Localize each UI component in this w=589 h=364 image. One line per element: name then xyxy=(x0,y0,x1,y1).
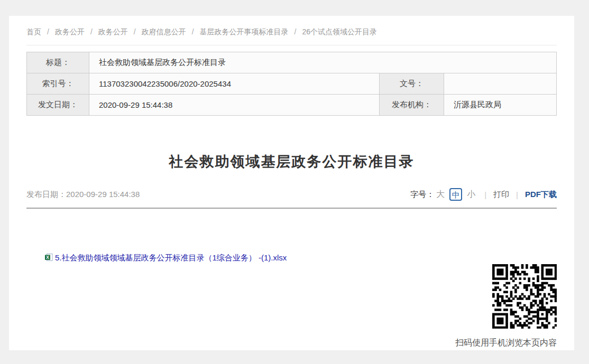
publish-date-value: 2020-09-29 15:44:38 xyxy=(66,190,140,199)
breadcrumb-separator: / xyxy=(192,27,194,36)
document-meta-table: 标题： 社会救助领域基层政务公开标准目录 索引号： 11370323004223… xyxy=(26,52,557,116)
meta-value-index-number: 113703230042235006/2020-2025434 xyxy=(89,73,380,95)
font-size-large-button[interactable]: 大 xyxy=(436,189,445,200)
meta-value-issue-date: 2020-09-29 15:44:38 xyxy=(89,95,380,116)
breadcrumb-item[interactable]: 政务公开 xyxy=(98,27,128,36)
meta-label-doc-number: 文号： xyxy=(379,73,444,95)
toolbar-separator: | xyxy=(484,190,486,199)
meta-value-issuing-org: 沂源县民政局 xyxy=(444,95,556,116)
content-card: 首页/政务公开/政务公开/政府信息公开/基层政务公开事项标准目录/26个试点领域… xyxy=(9,16,574,350)
qr-code xyxy=(492,264,557,329)
breadcrumb-separator: / xyxy=(47,27,49,36)
meta-row-index: 索引号： 113703230042235006/2020-2025434 文号： xyxy=(27,73,557,95)
qr-caption: 扫码使用手机浏览本页内容 xyxy=(455,338,557,349)
font-size-small-button[interactable]: 小 xyxy=(467,189,475,200)
attachment-row: X 5.社会救助领域领域基层政务公开标准目录（1综合业务） -(1).xlsx xyxy=(44,253,287,263)
pdf-download-button[interactable]: PDF下载 xyxy=(525,190,557,200)
print-button[interactable]: 打印 xyxy=(493,190,509,200)
breadcrumb-item: 26个试点领域公开目录 xyxy=(302,27,377,36)
breadcrumb-separator: / xyxy=(90,27,93,36)
breadcrumb-separator: / xyxy=(134,27,136,36)
meta-row-date: 发文日期： 2020-09-29 15:44:38 发布机构： 沂源县民政局 xyxy=(27,95,557,116)
breadcrumb-item[interactable]: 政府信息公开 xyxy=(142,27,186,36)
meta-label-index-number: 索引号： xyxy=(27,73,89,95)
breadcrumb-item[interactable]: 基层政务公开事项标准目录 xyxy=(200,27,289,36)
publish-date-label: 发布日期： xyxy=(26,190,66,199)
article-toolbar: 字号： 大 中 小 | 打印 | PDF下载 xyxy=(410,188,557,201)
page-title: 社会救助领域基层政务公开标准目录 xyxy=(26,152,557,171)
font-size-label: 字号： xyxy=(410,190,434,200)
meta-label-issuing-org: 发布机构： xyxy=(379,95,444,116)
qr-block: 扫码使用手机浏览本页内容 xyxy=(455,264,557,349)
svg-text:X: X xyxy=(46,255,49,260)
meta-label-title: 标题： xyxy=(27,52,89,73)
article-info-bar: 发布日期：2020-09-29 15:44:38 字号： 大 中 小 | 打印 … xyxy=(26,188,557,201)
meta-value-title: 社会救助领域基层政务公开标准目录 xyxy=(89,52,557,73)
breadcrumb: 首页/政务公开/政务公开/政府信息公开/基层政务公开事项标准目录/26个试点领域… xyxy=(26,16,557,45)
attachment-link[interactable]: 5.社会救助领域领域基层政务公开标准目录（1综合业务） -(1).xlsx xyxy=(55,253,287,263)
breadcrumb-item[interactable]: 首页 xyxy=(26,27,41,36)
meta-value-doc-number xyxy=(444,73,556,95)
meta-row-title: 标题： 社会救助领域基层政务公开标准目录 xyxy=(27,52,557,73)
font-size-medium-button[interactable]: 中 xyxy=(449,188,462,201)
meta-label-issue-date: 发文日期： xyxy=(27,95,89,116)
publish-date: 发布日期：2020-09-29 15:44:38 xyxy=(26,190,140,200)
excel-file-icon: X xyxy=(44,253,53,263)
breadcrumb-item[interactable]: 政务公开 xyxy=(55,27,85,36)
toolbar-separator: | xyxy=(516,190,518,199)
article-body: X 5.社会救助领域领域基层政务公开标准目录（1综合业务） -(1).xlsx … xyxy=(26,209,557,348)
breadcrumb-separator: / xyxy=(294,27,297,36)
